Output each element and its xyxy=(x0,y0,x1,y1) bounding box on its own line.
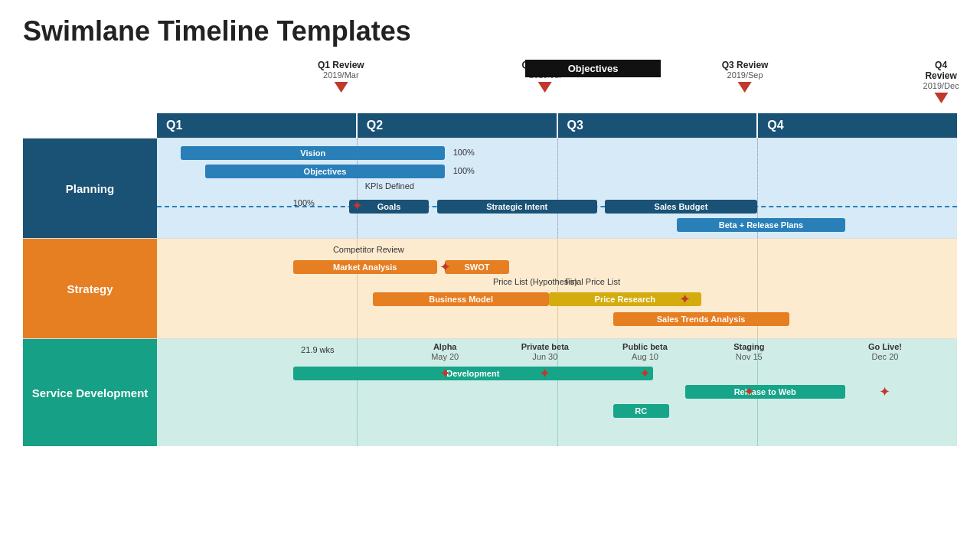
golive-label: Go Live! xyxy=(868,342,902,351)
quarter-q2: Q2 xyxy=(358,113,558,138)
planning-content: Vision 100% Objectives 100% KPIs Defined… xyxy=(157,139,957,238)
page-title: Swimlane Timeline Templates xyxy=(23,15,957,47)
milestone-q1-label: Q1 Review xyxy=(318,60,364,70)
publicbeta-date: Aug 10 xyxy=(632,352,658,361)
vision-pct: 100% xyxy=(453,148,475,157)
staging-date: Nov 15 xyxy=(736,352,763,361)
quarter-q1: Q1 xyxy=(157,113,358,138)
bar-sales-trends: Sales Trends Analysis xyxy=(613,312,789,326)
quarter-q4: Q4 xyxy=(758,113,957,138)
star-sd-golive: ✦ xyxy=(879,383,890,400)
milestone-q3-date: 2019/Sep xyxy=(722,70,769,80)
competitor-review-text: Competitor Review xyxy=(333,245,404,254)
star-sd-alpha: ✦ xyxy=(439,365,451,382)
alpha-label: Alpha xyxy=(433,342,457,351)
bar-strategic-intent: Strategic Intent xyxy=(437,200,597,214)
bar-sales-budget: Sales Budget xyxy=(605,200,757,214)
star-sd-staging: ✦ xyxy=(743,383,755,400)
swimlane-planning: Planning Vision 100% Objectives 100% KPI… xyxy=(23,138,957,238)
final-price-text: Final Price List xyxy=(565,277,620,286)
bar-vision: Vision xyxy=(181,146,445,160)
star-sd-pbeta: ✦ xyxy=(539,365,550,382)
golive-date: Dec 20 xyxy=(872,352,899,361)
milestone-q2-arrow xyxy=(538,82,552,93)
vline-q2 xyxy=(557,139,558,238)
publicbeta-label: Public beta xyxy=(622,342,668,351)
milestone-q4review: Q4 Review 2019/Dec xyxy=(923,60,959,103)
staging-label: Staging xyxy=(733,342,764,351)
swimlane-servicedev: Service Development 21.9 wks Alpha May 2… xyxy=(23,338,957,446)
pbeta-date: Jun 30 xyxy=(532,352,557,361)
bar-beta-release: Beta + Release Plans xyxy=(677,218,844,232)
quarter-bar: Q1 Q2 Q3 Q4 xyxy=(157,113,957,138)
quarter-q3: Q3 xyxy=(558,113,759,138)
objectives-pct: 100% xyxy=(453,166,475,175)
swimlane-strategy: Strategy Competitor Review Market Analys… xyxy=(23,238,957,338)
bar-development: Development xyxy=(293,367,653,380)
timeline-wrap: Objectives Q1 Review 2019/Mar Q2 Review … xyxy=(23,60,957,446)
bar-price-research: Price Research xyxy=(549,292,701,306)
planning-label: Planning xyxy=(23,139,157,238)
alpha-date: May 20 xyxy=(431,352,459,361)
page: Swimlane Timeline Templates Objectives Q… xyxy=(0,0,980,461)
bar-release-web: Release to Web xyxy=(685,385,845,399)
servicedev-content: 21.9 wks Alpha May 20 Private beta Jun 3… xyxy=(157,339,957,446)
dev-weeks-text: 21.9 wks xyxy=(301,345,334,354)
strategy-content: Competitor Review Market Analysis SWOT ✦… xyxy=(157,239,957,338)
milestone-q4-label: Q4 Review xyxy=(923,60,959,81)
goals-pct: 100% xyxy=(293,198,315,207)
strategy-label: Strategy xyxy=(23,239,157,338)
bar-objectives: Objectives xyxy=(205,165,446,178)
milestone-q3-arrow xyxy=(738,82,752,93)
servicedev-label: Service Development xyxy=(23,339,157,446)
star-strategy-1: ✦ xyxy=(439,259,451,276)
bar-rc: RC xyxy=(613,404,669,418)
bar-market-analysis: Market Analysis xyxy=(293,260,437,274)
milestone-q1review: Q1 Review 2019/Mar xyxy=(318,60,364,93)
milestone-q1-date: 2019/Mar xyxy=(318,70,364,80)
vline-sd-q1 xyxy=(357,339,358,446)
pbeta-label: Private beta xyxy=(521,342,569,351)
bar-business-model: Business Model xyxy=(373,292,549,306)
star-sd-pubeta: ✦ xyxy=(639,365,651,382)
milestone-q3review: Q3 Review 2019/Sep xyxy=(722,60,769,93)
star-planning-goals: ✦ xyxy=(351,197,363,214)
vline-s-q2 xyxy=(557,239,558,338)
milestone-q3-label: Q3 Review xyxy=(722,60,769,70)
milestone-q4-arrow xyxy=(934,93,948,103)
milestones-row: Objectives Q1 Review 2019/Mar Q2 Review … xyxy=(157,60,957,113)
milestone-q1-arrow xyxy=(334,82,348,93)
kpis-text: KPIs Defined xyxy=(365,181,414,191)
objectives-box: Objectives xyxy=(525,60,662,77)
bar-swot: SWOT xyxy=(445,260,509,274)
star-strategy-3: ✦ xyxy=(679,291,691,308)
milestone-q4-date: 2019/Dec xyxy=(923,81,959,90)
